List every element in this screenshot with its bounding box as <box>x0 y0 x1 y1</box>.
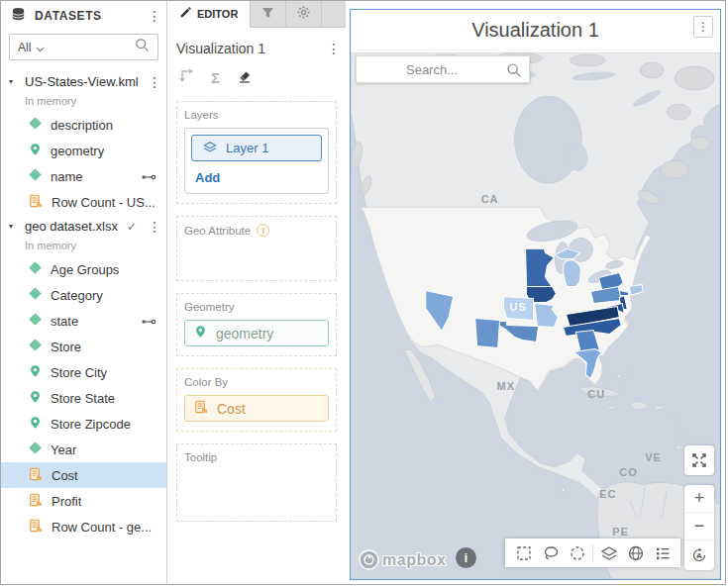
map-search-input[interactable] <box>357 56 529 82</box>
measure-icon <box>29 493 43 510</box>
field-item[interactable]: geometry <box>1 138 166 163</box>
field-item[interactable]: Store <box>1 334 166 359</box>
circle-select-tool[interactable] <box>564 538 590 567</box>
warning-icon: ! <box>257 224 269 237</box>
add-layer-button[interactable]: Add <box>195 170 220 185</box>
map-search[interactable] <box>356 55 530 83</box>
map-search-icon[interactable] <box>506 62 522 82</box>
visualization-menu-button[interactable]: ⋮ <box>693 16 713 38</box>
swap-axes-icon[interactable] <box>178 67 194 87</box>
field-item[interactable]: Row Count - ge... <box>1 514 166 539</box>
zoom-out-button[interactable]: − <box>684 513 714 540</box>
dataset-name[interactable]: geo dataset.xlsx <box>25 219 120 234</box>
state-shape[interactable] <box>629 284 643 295</box>
field-item[interactable]: Profit <box>1 488 166 514</box>
location-pin-icon <box>194 325 207 342</box>
geometry-chip[interactable]: geometry <box>184 320 329 346</box>
map-country-label: EC <box>599 488 616 500</box>
layer-chip[interactable]: Layer 1 <box>191 135 322 161</box>
filter-value[interactable]: All <box>18 41 31 54</box>
field-label[interactable]: Year <box>51 442 76 457</box>
mapbox-logo[interactable]: mapbox <box>359 549 446 570</box>
field-item[interactable]: Store City <box>1 359 166 385</box>
dataset-status: In memory <box>1 238 166 256</box>
field-label[interactable]: Row Count - US... <box>52 195 156 210</box>
datasets-menu-button[interactable]: ⋮ <box>148 9 157 23</box>
map-layers-tool[interactable] <box>595 538 622 567</box>
field-label[interactable]: Store Zipcode <box>51 417 131 432</box>
map-country-label: CA <box>481 193 499 205</box>
link-icon <box>142 314 156 329</box>
field-item[interactable]: Row Count - US... <box>1 189 166 215</box>
search-icon[interactable] <box>135 38 150 56</box>
tab-editor[interactable]: EDITOR <box>167 1 251 28</box>
dataset-menu-button[interactable]: ⋮ <box>148 220 157 234</box>
dataset-menu-button[interactable]: ⋮ <box>148 75 157 89</box>
dataset-row[interactable]: ▾US-States-View.kml⋮ <box>1 70 166 93</box>
eraser-icon[interactable] <box>237 67 253 87</box>
section-color-by[interactable]: Color By Cost <box>176 368 337 432</box>
map-canvas[interactable]: CAUSMXCUVECOECPE + − A <box>351 52 720 579</box>
tab-settings[interactable] <box>286 1 322 27</box>
dataset-filter[interactable]: All <box>9 34 158 60</box>
section-geometry[interactable]: Geometry geometry <box>176 293 337 356</box>
field-item[interactable]: Cost <box>1 462 166 488</box>
dimension-icon <box>29 339 42 354</box>
box-select-tool[interactable] <box>510 538 537 567</box>
basemap-globe-tool[interactable] <box>622 538 649 567</box>
field-item[interactable]: state <box>1 308 166 334</box>
editor-viz-menu-button[interactable]: ⋮ <box>327 42 337 55</box>
field-label[interactable]: Row Count - ge... <box>52 520 152 535</box>
collapse-caret-icon[interactable]: ▾ <box>9 222 18 231</box>
field-label[interactable]: Cost <box>52 468 78 483</box>
geo-attribute-dropzone[interactable] <box>184 244 329 271</box>
tab-editor-label: EDITOR <box>197 8 238 20</box>
tab-filter[interactable] <box>251 1 286 27</box>
field-item[interactable]: Store State <box>1 385 166 411</box>
measure-icon <box>29 519 43 536</box>
collapse-caret-icon[interactable]: ▾ <box>9 77 18 86</box>
field-label[interactable]: Profit <box>52 494 81 509</box>
fullscreen-button[interactable] <box>684 445 714 475</box>
field-item[interactable]: description <box>1 112 166 138</box>
map-country-label: CO <box>619 466 637 478</box>
sigma-icon[interactable]: Σ <box>211 69 220 86</box>
field-item[interactable]: Age Groups <box>1 256 166 282</box>
layers-icon <box>203 141 217 156</box>
zoom-in-button[interactable]: + <box>684 485 714 513</box>
database-icon <box>11 7 26 26</box>
field-label[interactable]: geometry <box>51 144 104 158</box>
field-label[interactable]: description <box>51 118 113 133</box>
field-label[interactable]: Store <box>51 340 81 354</box>
field-item[interactable]: name <box>1 163 166 189</box>
field-label[interactable]: Store State <box>51 391 115 406</box>
datasets-header: DATASETS ⋮ <box>1 1 166 31</box>
state-shape[interactable] <box>475 319 500 348</box>
lasso-select-tool[interactable] <box>537 538 564 567</box>
map-country-label: US <box>510 301 527 313</box>
dataset-name[interactable]: US-States-View.kml <box>25 74 141 89</box>
tooltip-dropzone[interactable] <box>184 470 329 512</box>
section-geo-attribute[interactable]: Geo Attribute ! <box>176 216 337 281</box>
layers-box: Layer 1 Add <box>184 128 329 194</box>
editor-viz-title: Visualization 1 <box>176 41 327 56</box>
legend-tool[interactable] <box>649 538 676 567</box>
field-item[interactable]: Category <box>1 282 166 308</box>
state-shape[interactable] <box>564 260 581 287</box>
compass-reset-button[interactable]: A <box>684 540 714 570</box>
color-by-chip[interactable]: Cost <box>184 395 329 422</box>
svg-text:A: A <box>696 551 702 560</box>
section-tooltip[interactable]: Tooltip <box>176 443 337 522</box>
editor-panel: EDITOR Visualization 1 ⋮ <box>167 1 346 584</box>
attribution-info-button[interactable]: i <box>456 547 476 568</box>
section-layers: Layers Layer 1 Add <box>176 101 337 204</box>
field-label[interactable]: Category <box>51 288 103 303</box>
dataset-row[interactable]: ▾geo dataset.xlsx✓⋮ <box>1 215 166 238</box>
field-item[interactable]: Year <box>1 437 166 462</box>
field-label[interactable]: state <box>51 314 78 329</box>
field-label[interactable]: Age Groups <box>51 262 119 277</box>
map-country-label: VE <box>645 451 662 463</box>
field-label[interactable]: name <box>51 169 83 184</box>
field-item[interactable]: Store Zipcode <box>1 411 166 437</box>
field-label[interactable]: Store City <box>51 365 107 380</box>
